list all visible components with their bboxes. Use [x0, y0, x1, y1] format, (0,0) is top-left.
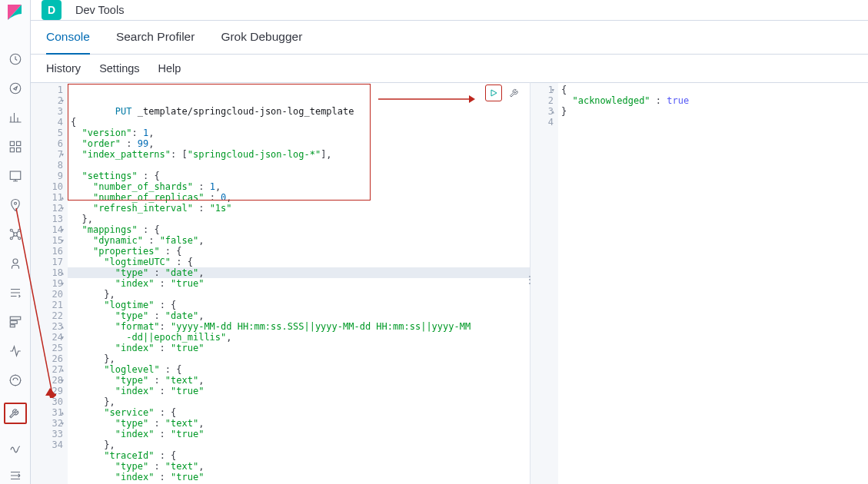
svg-rect-2: [10, 141, 14, 145]
svg-rect-3: [16, 141, 20, 145]
dashboard-icon[interactable]: [8, 140, 23, 154]
siem-icon[interactable]: [8, 373, 23, 387]
ml-icon[interactable]: [8, 227, 23, 241]
response-panel: 1▾23▴4 { "acknowledged" : true }: [530, 82, 868, 484]
svg-rect-4: [10, 148, 14, 152]
svg-rect-16: [10, 325, 15, 327]
svg-rect-14: [10, 317, 21, 320]
svg-point-12: [18, 237, 20, 240]
svg-point-11: [10, 237, 12, 240]
monitoring-icon[interactable]: [8, 439, 23, 453]
svg-rect-15: [10, 321, 17, 324]
tab-console[interactable]: Console: [46, 21, 90, 55]
subnav-settings[interactable]: Settings: [99, 62, 139, 75]
header-bar: D Dev Tools: [31, 0, 868, 21]
tab-search-profiler[interactable]: Search Profiler: [116, 21, 195, 55]
send-request-button[interactable]: [485, 85, 502, 101]
pane-resize-handle[interactable]: ⋮: [524, 273, 535, 286]
svg-point-9: [10, 229, 12, 231]
infra-icon[interactable]: [8, 257, 23, 270]
svg-point-13: [13, 259, 18, 264]
visualize-icon[interactable]: [8, 111, 23, 124]
request-actions: [485, 85, 524, 101]
line-gutter-left: 12▾34567▾891011▴12▾1314▾15▾161718▴19▾202…: [31, 83, 68, 484]
request-code[interactable]: PUT _template/springcloud-json-log_templ…: [68, 83, 530, 484]
recent-icon[interactable]: [8, 52, 23, 66]
sub-nav: History Settings Help: [31, 55, 868, 82]
kibana-logo-icon[interactable]: [6, 3, 25, 22]
discover-icon[interactable]: [8, 81, 23, 95]
logs-icon[interactable]: [8, 286, 23, 300]
app-badge: D: [42, 0, 62, 20]
app-title: Dev Tools: [75, 4, 124, 16]
svg-rect-6: [10, 171, 21, 180]
editor-area: 12▾34567▾891011▴12▾1314▾15▾161718▴19▾202…: [31, 82, 868, 484]
collapse-icon[interactable]: [8, 469, 23, 482]
request-editor[interactable]: 12▾34567▾891011▴12▾1314▾15▾161718▴19▾202…: [31, 82, 530, 484]
svg-point-10: [18, 229, 20, 231]
subnav-history[interactable]: History: [46, 62, 81, 75]
maps-icon[interactable]: [8, 198, 23, 212]
wrench-button[interactable]: [507, 85, 524, 101]
dev-tools-icon[interactable]: [4, 403, 27, 424]
subnav-help[interactable]: Help: [158, 62, 181, 75]
svg-point-1: [10, 83, 21, 94]
uptime-icon[interactable]: [8, 344, 23, 358]
apm-icon[interactable]: [8, 315, 23, 329]
tab-bar: Console Search Profiler Grok Debugger: [31, 21, 868, 55]
left-sidebar: [0, 0, 31, 484]
tab-grok-debugger[interactable]: Grok Debugger: [221, 21, 302, 55]
svg-point-17: [10, 375, 21, 386]
svg-rect-5: [16, 148, 20, 152]
main-panel: D Dev Tools Console Search Profiler Grok…: [31, 0, 868, 484]
svg-point-7: [14, 202, 16, 204]
response-code[interactable]: { "acknowledged" : true }: [558, 83, 868, 484]
canvas-icon[interactable]: [8, 169, 23, 183]
